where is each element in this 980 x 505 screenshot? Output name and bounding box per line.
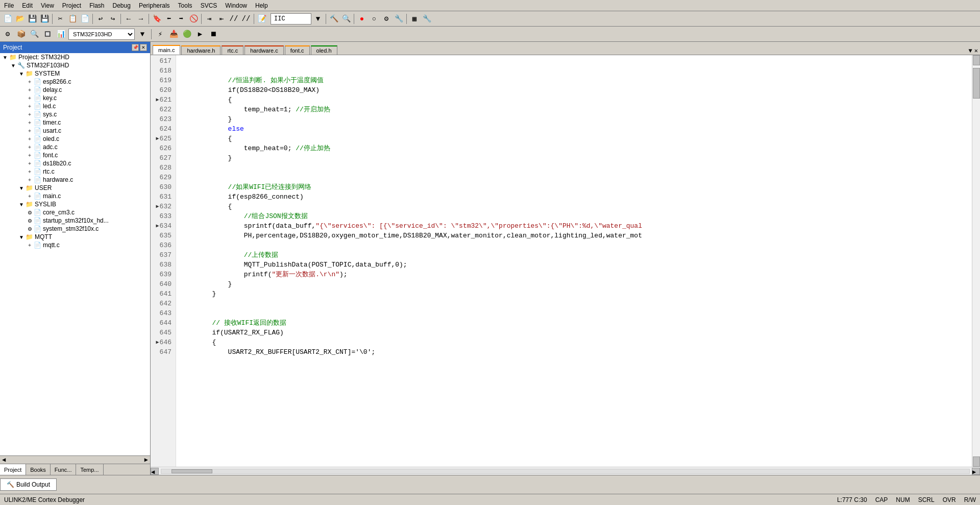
menu-help[interactable]: Help (251, 1, 272, 10)
tree-item-delay[interactable]: ＋ 📄 delay.c (0, 86, 150, 94)
tree-item-core[interactable]: ⚙ 📄 core_cm3.c (0, 208, 150, 217)
tab-rtc-c[interactable]: rtc.c (222, 45, 243, 55)
tree-item-oled[interactable]: ＋ 📄 oled.c (0, 135, 150, 143)
tb-indent[interactable]: ⇥ (204, 13, 215, 25)
menu-file[interactable]: File (0, 1, 18, 10)
tree-item-project[interactable]: ▼ 📁 Project: STM32HD (0, 53, 150, 61)
tb-outdent[interactable]: ⇤ (216, 13, 227, 25)
menu-flash[interactable]: Flash (85, 1, 108, 10)
tb-uncomment[interactable]: // (240, 13, 252, 25)
sidebar-pin-btn[interactable]: 📌 (132, 44, 139, 51)
build-output-tab[interactable]: 🔨 Build Output (0, 478, 57, 491)
sidebar-close-btn[interactable]: ✕ (140, 44, 147, 51)
sidebar-tab-temp[interactable]: Temp... (76, 464, 103, 475)
tree-item-startup[interactable]: ⚙ 📄 startup_stm32f10x_hd... (0, 217, 150, 225)
menu-project[interactable]: Project (58, 1, 85, 10)
tb-copy[interactable]: 📋 (67, 13, 78, 25)
tab-hardware-c[interactable]: hardware.c (244, 45, 283, 55)
sidebar-scroll-bar[interactable]: ◀ ▶ (0, 455, 150, 464)
tb-build[interactable]: 🔨 (328, 13, 339, 25)
tb2-dropdown-arrow[interactable]: ▼ (137, 29, 148, 40)
vertical-scrollbar[interactable] (972, 55, 980, 467)
sidebar-tab-func[interactable]: Func... (51, 464, 77, 475)
sidebar-tab-project[interactable]: Project (0, 464, 26, 475)
h-scroll-right-btn[interactable]: ▶ (972, 468, 980, 475)
tree-item-sys[interactable]: ＋ 📄 sys.c (0, 110, 150, 118)
menu-peripherals[interactable]: Peripherals (135, 1, 174, 10)
tree-item-main[interactable]: ＋ 📄 main.c (0, 192, 150, 200)
tb-dbg1[interactable]: ⚙ (381, 13, 392, 25)
tree-item-led[interactable]: ＋ 📄 led.c (0, 102, 150, 110)
code-content[interactable]: //恒温判断. 如果小于温度阈值 if(DS18B20<DS18B20_MAX)… (176, 55, 972, 467)
tb2-stop-btn[interactable]: ⏹ (208, 29, 219, 40)
tb2-btn1[interactable]: ⚙ (2, 29, 13, 40)
tab-hardware-h[interactable]: hardware.h (181, 45, 220, 55)
tb-find[interactable]: 🔍 (340, 13, 352, 25)
project-tree[interactable]: ▼ 📁 Project: STM32HD ▼ 🔧 STM32F103HD ▼ 📁… (0, 53, 150, 455)
tb-undo[interactable]: ↩ (95, 13, 106, 25)
tree-item-usart[interactable]: ＋ 📄 usart.c (0, 127, 150, 135)
tb2-erase-btn[interactable]: 🟢 (181, 29, 192, 40)
menu-svcs[interactable]: SVCS (197, 1, 222, 10)
tb-comment[interactable]: // (228, 13, 239, 25)
scroll-down-btn[interactable] (973, 456, 980, 467)
tree-item-ds18b20[interactable]: ＋ 📄 ds18b20.c (0, 159, 150, 167)
tb2-btn4[interactable]: 📊 (55, 29, 66, 40)
tb-save2[interactable]: 💾 (39, 13, 50, 25)
scroll-up-btn[interactable] (973, 55, 980, 65)
tree-item-key[interactable]: ＋ 📄 key.c (0, 94, 150, 102)
tb-bookmark[interactable]: 🔖 (151, 13, 162, 25)
tb-save[interactable]: 💾 (27, 13, 38, 25)
tree-item-adc[interactable]: ＋ 📄 adc.c (0, 143, 150, 151)
tb-paste[interactable]: 📄 (79, 13, 90, 25)
menu-edit[interactable]: Edit (18, 1, 37, 10)
tb2-run-btn[interactable]: ▶ (194, 29, 206, 40)
tree-item-mqtt[interactable]: ▼ 📁 MQTT (0, 233, 150, 241)
scroll-thumb[interactable] (973, 68, 980, 99)
tree-item-esp[interactable]: ＋ 📄 esp8266.c (0, 78, 150, 86)
tb-dropdown-btn[interactable]: ▼ (312, 13, 324, 25)
tb-nav-fwd[interactable]: → (135, 13, 146, 25)
tb2-dbg-btn[interactable]: ⚡ (155, 29, 166, 40)
tab-font-c[interactable]: font.c (285, 45, 310, 55)
tab-scroll-left-icon[interactable]: ▼ (969, 47, 972, 55)
tree-item-timer[interactable]: ＋ 📄 timer.c (0, 118, 150, 127)
tree-item-stm32[interactable]: ▼ 🔧 STM32F103HD (0, 61, 150, 69)
tab-main-c[interactable]: main.c (153, 45, 180, 55)
tb-snippet[interactable]: 📝 (256, 13, 267, 25)
target-dropdown[interactable]: STM32F103HD (68, 29, 135, 40)
scroll-left-icon[interactable]: ◀ (2, 456, 6, 464)
tree-item-hardware[interactable]: ＋ 📄 hardware.c (0, 176, 150, 184)
tb-stop[interactable]: ○ (369, 13, 380, 25)
tb2-btn2[interactable]: 📦 (15, 29, 27, 40)
tb-new[interactable]: 📄 (2, 13, 13, 25)
tree-item-system[interactable]: ▼ 📁 SYSTEM (0, 69, 150, 78)
tb-bk-clear[interactable]: 🚫 (188, 13, 199, 25)
tree-item-system2[interactable]: ⚙ 📄 system_stm32f10x.c (0, 225, 150, 233)
tree-item-font[interactable]: ＋ 📄 font.c (0, 151, 150, 159)
tree-item-rtc[interactable]: ＋ 📄 rtc.c (0, 167, 150, 176)
tb2-flash-btn[interactable]: 📥 (168, 29, 179, 40)
tree-item-mqttc[interactable]: ＋ 📄 mqtt.c (0, 241, 150, 249)
menu-view[interactable]: View (37, 1, 58, 10)
tb-settings[interactable]: 🔧 (421, 13, 432, 25)
tree-item-user[interactable]: ▼ 📁 USER (0, 184, 150, 192)
menu-debug[interactable]: Debug (109, 1, 135, 10)
tb-bk-next[interactable]: ➡ (176, 13, 187, 25)
tb2-btn3[interactable]: 🔍 (29, 29, 40, 40)
scroll-right-icon[interactable]: ▶ (144, 456, 148, 464)
tb-redo[interactable]: ↪ (107, 13, 118, 25)
tab-close-icon[interactable]: ✕ (974, 47, 978, 55)
menu-tools[interactable]: Tools (174, 1, 197, 10)
tb-dbg2[interactable]: 🔧 (393, 13, 404, 25)
tb-run[interactable]: ● (356, 13, 368, 25)
tb-layout[interactable]: ▦ (409, 13, 420, 25)
menu-window[interactable]: Window (221, 1, 251, 10)
horizontal-scrollbar[interactable]: ◀ ▶ (151, 467, 980, 475)
tb-bk-prev[interactable]: ⬅ (163, 13, 175, 25)
tb-open[interactable]: 📂 (14, 13, 26, 25)
tree-item-syslib[interactable]: ▼ 📁 SYSLIB (0, 200, 150, 208)
h-scroll-track[interactable] (161, 469, 970, 474)
tb-nav-back[interactable]: ← (123, 13, 134, 25)
code-editor[interactable]: 617 618 619 620 ▶621 622 623 624 ▶625 62… (151, 55, 980, 467)
